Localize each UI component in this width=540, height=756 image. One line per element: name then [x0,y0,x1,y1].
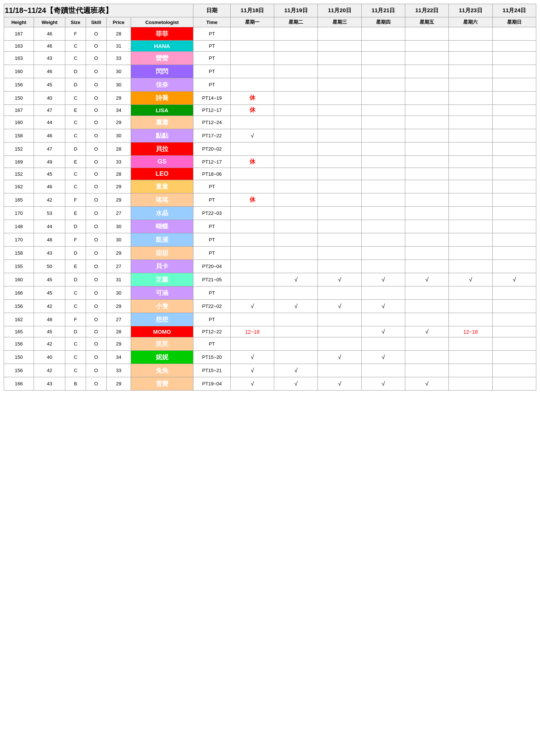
height-cell: 152 [4,142,34,156]
schedule-cell-2 [274,142,318,156]
schedule-cell-4 [361,105,405,116]
weight-cell: 49 [34,156,65,168]
weight-cell: 48 [34,233,65,247]
schedule-cell-2: √ [274,364,318,377]
schedule-cell-3 [318,142,361,156]
height-cell: 160 [4,273,34,286]
schedule-cell-1 [230,52,274,65]
schedule-cell-5 [405,247,449,260]
schedule-cell-1 [230,313,274,326]
col-day-5: 星期五 [405,17,449,27]
schedule-cell-4 [361,65,405,78]
price-cell: 29 [107,193,131,207]
price-cell: 33 [107,156,131,168]
table-row: 15642CO29笑笑PT [4,337,536,351]
price-cell: 28 [107,27,131,41]
time-cell: PT12~17 [193,156,231,168]
schedule-cell-5 [405,364,449,377]
schedule-cell-7 [492,105,536,116]
schedule-cell-7 [492,116,536,129]
weight-cell: 46 [34,180,65,193]
schedule-cell-7 [492,193,536,207]
schedule-cell-7 [492,65,536,78]
schedule-cell-7: √ [492,273,536,286]
schedule-cell-3: √ [318,377,361,391]
skill-cell: O [86,300,106,313]
schedule-cell-2 [274,247,318,260]
weight-cell: 40 [34,351,65,364]
schedule-cell-1 [230,337,274,351]
weight-cell: 42 [34,364,65,377]
schedule-cell-3 [318,27,361,41]
weight-cell: 43 [34,377,65,391]
schedule-cell-7 [492,129,536,142]
table-row: 15642CO33兔兔PT15~21√√ [4,364,536,377]
schedule-cell-1 [230,247,274,260]
size-cell: D [65,273,86,286]
price-header: Price [107,17,131,27]
schedule-cell-3 [318,260,361,273]
schedule-cell-6 [449,116,492,129]
skill-cell: O [86,156,106,168]
schedule-cell-7 [492,337,536,351]
schedule-cell-4 [361,313,405,326]
schedule-cell-1: 休 [230,193,274,207]
schedule-cell-5 [405,52,449,65]
table-row: 16246CO29童童PT [4,180,536,193]
schedule-cell-3 [318,207,361,220]
name-cell: 點點 [131,129,193,142]
schedule-cell-7 [492,156,536,168]
price-cell: 28 [107,142,131,156]
table-row: 15642CO29小隻PT22~02√√√√ [4,300,536,313]
schedule-cell-5: √ [405,326,449,337]
schedule-cell-4: √ [361,351,405,364]
col-day-2: 星期二 [274,17,318,27]
height-cell: 169 [4,156,34,168]
skill-cell: O [86,129,106,142]
table-row: 15843DO29甜甜PT [4,247,536,260]
table-row: 15040CO29詩喬PT14~19休 [4,92,536,105]
schedule-cell-6 [449,337,492,351]
col-day-6: 星期六 [449,17,492,27]
schedule-cell-5 [405,300,449,313]
time-cell: PT12~24 [193,116,231,129]
price-cell: 33 [107,52,131,65]
skill-header: Skill [86,17,106,27]
name-cell: 佳奈 [131,78,193,92]
price-cell: 34 [107,351,131,364]
name-cell: 芷薰 [131,273,193,286]
schedule-cell-6 [449,377,492,391]
name-cell: 小隻 [131,300,193,313]
schedule-cell-4 [361,116,405,129]
time-cell: PT15~21 [193,364,231,377]
size-cell: C [65,92,86,105]
height-cell: 170 [4,233,34,247]
size-cell: C [65,116,86,129]
schedule-cell-5 [405,142,449,156]
time-cell: PT20~02 [193,142,231,156]
height-cell: 167 [4,105,34,116]
price-cell: 29 [107,300,131,313]
weight-cell: 44 [34,220,65,233]
weight-cell: 45 [34,273,65,286]
price-cell: 30 [107,65,131,78]
schedule-cell-6 [449,260,492,273]
schedule-cell-6 [449,105,492,116]
skill-cell: O [86,233,106,247]
size-cell: C [65,337,86,351]
height-header: Height [4,17,34,27]
time-cell: PT [193,247,231,260]
schedule-cell-3 [318,78,361,92]
schedule-cell-5 [405,78,449,92]
schedule-cell-3 [318,129,361,142]
schedule-cell-4: √ [361,273,405,286]
time-cell: PT12~17 [193,105,231,116]
name-cell: 貝拉 [131,142,193,156]
schedule-cell-1 [230,180,274,193]
price-cell: 29 [107,337,131,351]
name-cell: 笑笑 [131,337,193,351]
height-cell: 158 [4,247,34,260]
table-row: 15846CO30點點PT17~22√ [4,129,536,142]
table-row: 15550EO27貝卡PT20~04 [4,260,536,273]
schedule-cell-7 [492,377,536,391]
